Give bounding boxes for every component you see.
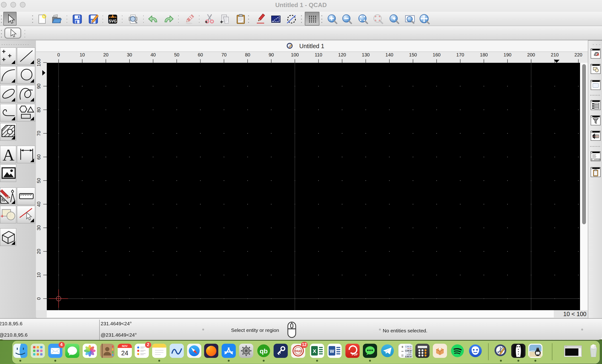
- svg-text:20: 20: [36, 249, 41, 254]
- svg-text:40: 40: [36, 202, 41, 207]
- svg-text:c: command: c: command: [591, 158, 600, 160]
- svg-text:160: 160: [433, 52, 441, 57]
- svg-text:10: 10: [36, 272, 41, 278]
- svg-text:−: −: [401, 349, 404, 353]
- svg-text:140: 140: [385, 52, 393, 57]
- svg-text:44.00: 44.00: [407, 347, 411, 349]
- svg-text:0: 0: [36, 297, 41, 300]
- svg-text:50: 50: [36, 178, 41, 183]
- svg-text:NOV: NOV: [122, 344, 128, 347]
- svg-text:0: 0: [57, 52, 60, 57]
- svg-text:40: 40: [150, 52, 156, 57]
- svg-text:120: 120: [338, 52, 346, 57]
- svg-text:X: X: [313, 348, 316, 354]
- svg-text:80: 80: [36, 107, 41, 112]
- svg-text:130: 130: [362, 52, 369, 57]
- svg-text:90: 90: [36, 83, 41, 89]
- svg-text:110: 110: [315, 52, 322, 57]
- svg-text:200: 200: [527, 52, 535, 57]
- svg-text:100: 100: [291, 52, 299, 57]
- svg-text:180: 180: [480, 52, 488, 57]
- svg-text:150: 150: [409, 52, 417, 57]
- svg-text:80: 80: [245, 52, 250, 57]
- svg-text:60: 60: [198, 52, 203, 57]
- svg-text:20: 20: [103, 52, 108, 57]
- svg-text:170: 170: [456, 52, 464, 57]
- svg-text:W: W: [330, 348, 334, 354]
- svg-text:100: 100: [36, 59, 41, 66]
- svg-text:30: 30: [127, 52, 132, 57]
- svg-text:SVG: SVG: [108, 19, 117, 23]
- svg-text:30: 30: [36, 225, 41, 230]
- svg-text:190: 190: [504, 52, 511, 57]
- svg-text:qb: qb: [259, 347, 268, 354]
- svg-text:50: 50: [174, 52, 179, 57]
- svg-text:PAID: PAID: [295, 349, 302, 353]
- svg-text:90: 90: [269, 52, 274, 57]
- svg-text:10 < 100: 10 < 100: [563, 311, 586, 317]
- svg-text:70: 70: [36, 131, 41, 136]
- svg-text:10: 10: [80, 52, 85, 57]
- svg-text:=: =: [401, 353, 404, 358]
- svg-text:60: 60: [36, 154, 41, 160]
- svg-text:24: 24: [121, 349, 128, 356]
- svg-text:PDF: PDF: [352, 353, 358, 356]
- svg-text:+: +: [401, 344, 404, 349]
- svg-text:A: A: [3, 146, 15, 164]
- svg-text:70: 70: [221, 52, 226, 57]
- svg-text:220: 220: [574, 52, 582, 57]
- svg-text:210: 210: [551, 52, 559, 57]
